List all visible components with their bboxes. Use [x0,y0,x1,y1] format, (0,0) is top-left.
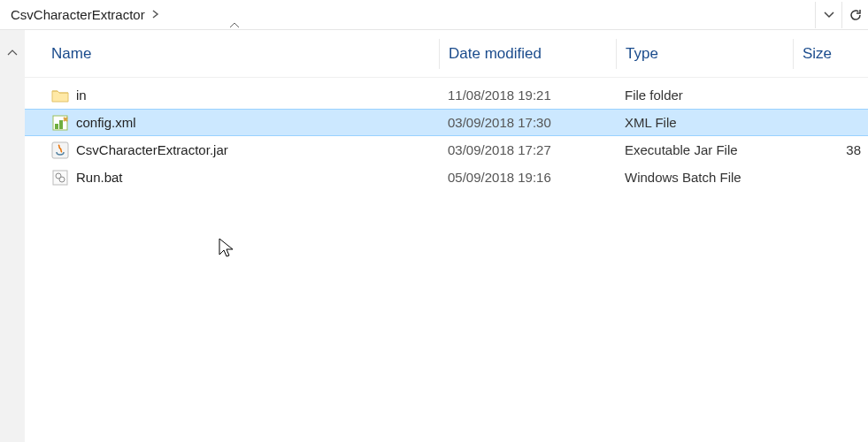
file-row-config-xml[interactable]: config.xml03/09/2018 17:30XML File [25,109,868,136]
file-row-csvcharacterextractor-jar[interactable]: CsvCharacterExtractor.jar03/09/2018 17:2… [25,136,868,164]
file-row-run-bat[interactable]: Run.bat05/09/2018 19:16Windows Batch Fil… [25,164,868,191]
column-header-name[interactable]: Name [51,39,439,69]
svg-rect-1 [55,124,58,129]
column-headers: Name Date modified Type Size [25,30,868,78]
refresh-button[interactable] [841,2,868,28]
nav-pane-collapsed[interactable] [0,30,25,442]
file-type: Executable Jar File [616,142,793,157]
file-date: 03/09/2018 17:27 [439,142,616,157]
chevron-right-icon[interactable] [152,8,159,21]
column-header-date[interactable]: Date modified [439,39,616,69]
file-name: Run.bat [76,170,123,185]
mouse-cursor-icon [218,237,235,260]
column-header-type[interactable]: Type [616,39,793,69]
breadcrumb[interactable]: CsvCharacterExtractor [0,0,815,29]
svg-rect-3 [52,142,68,158]
file-size: 38 [793,142,868,157]
file-type: XML File [616,115,793,130]
folder-icon [51,87,69,104]
xml-icon [51,114,69,132]
file-date: 11/08/2018 19:21 [439,88,616,103]
column-header-size[interactable]: Size [793,39,868,69]
file-name: CsvCharacterExtractor.jar [76,142,228,157]
jar-icon [51,141,69,159]
file-list-pane: Name Date modified Type Size in11/08/201… [25,30,868,442]
file-date: 03/09/2018 17:30 [439,115,616,130]
file-row-in[interactable]: in11/08/2018 19:21File folder [25,81,868,109]
address-bar: CsvCharacterExtractor [0,0,868,30]
caret-up-icon [7,48,18,442]
svg-rect-2 [59,120,63,129]
file-type: Windows Batch File [616,170,793,185]
file-date: 05/09/2018 19:16 [439,170,616,185]
file-type: File folder [616,88,793,103]
sort-ascending-icon [228,19,241,32]
bat-icon [51,169,69,187]
file-name: config.xml [76,115,136,130]
history-dropdown-button[interactable] [815,2,841,28]
file-name: in [76,88,87,103]
breadcrumb-text: CsvCharacterExtractor [11,7,145,22]
breadcrumb-segment[interactable]: CsvCharacterExtractor [11,7,159,22]
